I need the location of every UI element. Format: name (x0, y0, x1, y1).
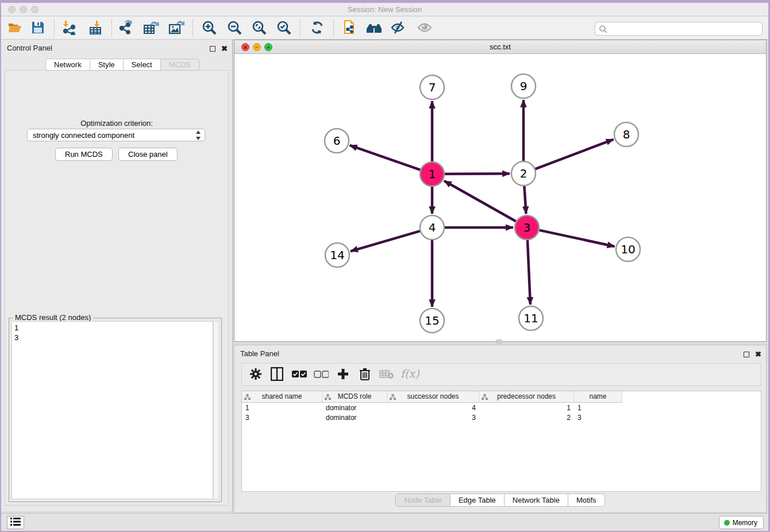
export-network-button[interactable] (116, 19, 137, 37)
tab-edge-table[interactable]: Edge Table (451, 494, 505, 507)
graph-edge-1-6[interactable] (350, 145, 421, 170)
tab-network[interactable]: Network (45, 59, 90, 71)
network-window-title: scc.txt (234, 43, 766, 51)
graph-node-3[interactable]: 3 (515, 215, 539, 240)
import-table-button[interactable] (86, 19, 106, 37)
open-folder-icon (7, 21, 22, 34)
graph-edge-4-14[interactable] (351, 231, 420, 251)
table-row[interactable]: 3 dominator 3 2 3 (242, 413, 622, 423)
graph-node-15[interactable]: 15 (420, 309, 444, 333)
search-icon (599, 25, 608, 34)
table-row[interactable]: 1 dominator 4 1 1 (242, 403, 622, 413)
svg-text:7: 7 (429, 80, 436, 94)
column-header-predecessor-nodes[interactable]: predecessor nodes (479, 391, 574, 403)
hierarchy-icon (482, 394, 488, 400)
graph-node-4[interactable]: 4 (420, 215, 444, 240)
import-network-button[interactable] (59, 19, 79, 37)
memory-label: Memory (733, 519, 757, 527)
mcds-result-line: 3 (14, 333, 210, 342)
graph-node-10[interactable]: 10 (616, 237, 640, 261)
clone-network-button[interactable] (339, 19, 360, 37)
show-columns-button[interactable] (268, 366, 286, 383)
tab-select[interactable]: Select (124, 59, 161, 71)
search-input[interactable] (610, 24, 759, 34)
tab-motifs[interactable]: Motifs (568, 494, 605, 507)
column-header-successor-nodes[interactable]: successor nodes (387, 391, 479, 403)
export-network-icon (118, 20, 134, 35)
cell-shared-name[interactable]: 3 (242, 413, 322, 423)
hide-selected-button[interactable] (388, 19, 409, 37)
network-graph[interactable]: 7968124314101511 (234, 55, 769, 342)
mcds-result-scrollbar[interactable] (213, 321, 219, 499)
graph-edge-1-2[interactable] (445, 174, 510, 174)
cell-name[interactable]: 1 (574, 403, 622, 413)
table-settings-button[interactable] (247, 366, 265, 383)
graph-edge-3-1[interactable] (444, 181, 516, 221)
save-session-button[interactable] (28, 19, 48, 37)
graph-node-14[interactable]: 14 (325, 243, 349, 267)
task-history-button[interactable] (7, 516, 24, 529)
column-header-shared-name[interactable]: shared name (242, 391, 322, 403)
close-panel-icon[interactable]: ✖ (221, 44, 228, 53)
zoom-in-button[interactable] (199, 19, 220, 37)
close-panel-button[interactable]: Close panel (118, 148, 178, 161)
zoom-out-button[interactable] (224, 19, 245, 37)
graph-node-2[interactable]: 2 (511, 161, 536, 186)
column-header-name[interactable]: name (574, 391, 622, 403)
zoom-selected-button[interactable] (274, 19, 294, 37)
optimization-select[interactable]: strongly connected component (27, 129, 205, 141)
cell-predecessor-nodes[interactable]: 2 (479, 413, 574, 423)
export-table-button[interactable] (141, 19, 161, 37)
node-table[interactable]: shared name MCDS role successor nodes pr… (241, 391, 761, 492)
graph-node-9[interactable]: 9 (511, 74, 536, 98)
delete-column-button[interactable] (356, 366, 374, 383)
cell-name[interactable]: 3 (574, 413, 622, 423)
select-stepper-icon (195, 130, 201, 140)
function-builder-icon[interactable]: f(x) (401, 367, 419, 380)
export-image-button[interactable] (166, 19, 187, 37)
tab-mcds[interactable]: MCDS (161, 59, 199, 71)
float-table-panel-icon[interactable] (744, 352, 749, 357)
cell-shared-name[interactable]: 1 (242, 403, 322, 413)
graph-edge-3-10[interactable] (540, 230, 615, 246)
zoom-fit-button[interactable] (249, 19, 270, 37)
tab-node-table[interactable]: Node Table (395, 494, 451, 507)
mcds-result-text[interactable]: 1 3 (11, 321, 213, 499)
deselect-all-button[interactable] (312, 366, 330, 383)
tab-network-table[interactable]: Network Table (505, 494, 568, 507)
splitter-handle[interactable] (496, 340, 502, 344)
table-panel: Table Panel ✖ (234, 345, 767, 513)
save-disk-icon (31, 21, 45, 34)
cell-successor-nodes[interactable]: 3 (387, 413, 479, 423)
graph-node-7[interactable]: 7 (420, 75, 444, 99)
apply-layout-button[interactable] (307, 19, 328, 37)
graph-edge-2-8[interactable] (536, 140, 614, 169)
cell-mcds-role[interactable]: dominator (322, 403, 387, 413)
graph-edge-3-11[interactable] (528, 240, 530, 304)
graph-node-8[interactable]: 8 (614, 122, 638, 147)
svg-text:11: 11 (523, 311, 538, 325)
float-panel-icon[interactable] (210, 46, 215, 52)
export-table-icon (143, 20, 159, 35)
add-column-button[interactable] (334, 366, 352, 383)
network-canvas[interactable]: 7968124314101511 (234, 55, 766, 341)
control-panel: Control Panel ✖ Network Style Select MCD… (1, 40, 233, 511)
eye-disabled-icon (417, 21, 433, 34)
graph-node-1[interactable]: 1 (420, 162, 444, 186)
open-file-button[interactable] (5, 19, 25, 37)
delete-table-button[interactable] (378, 366, 396, 383)
cell-predecessor-nodes[interactable]: 1 (479, 403, 574, 413)
run-mcds-button[interactable]: Run MCDS (55, 148, 113, 161)
column-header-mcds-role[interactable]: MCDS role (322, 391, 387, 403)
close-table-panel-icon[interactable]: ✖ (755, 350, 761, 358)
cell-mcds-role[interactable]: dominator (322, 413, 387, 423)
cell-successor-nodes[interactable]: 4 (387, 403, 479, 413)
graph-edge-2-3[interactable] (524, 186, 526, 214)
select-all-button[interactable] (290, 366, 309, 383)
memory-button[interactable]: Memory (719, 516, 764, 529)
first-neighbors-button[interactable] (364, 19, 384, 37)
graph-node-11[interactable]: 11 (519, 306, 543, 330)
tab-style[interactable]: Style (90, 59, 124, 71)
show-all-button[interactable] (414, 19, 435, 37)
graph-node-6[interactable]: 6 (325, 129, 349, 153)
